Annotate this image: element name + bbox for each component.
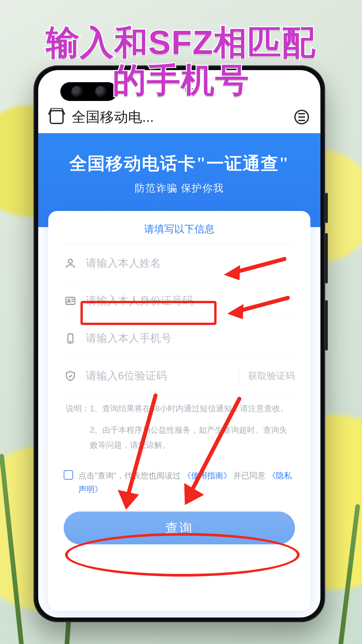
code-placeholder: 请输入6位验证码 [86,369,230,383]
meme-caption: 输入和SFZ相匹配 的手机号 [0,23,362,99]
svg-point-2 [68,299,70,301]
annotation-arrow-down-right [172,395,246,511]
more-menu-icon[interactable] [294,110,309,124]
annotation-arrow-id [223,293,290,324]
annotation-arrow-down-left [112,392,166,514]
phone-vol-up-button [325,233,328,283]
form-header: 请填写以下信息 [64,211,295,245]
get-code-button[interactable]: 获取验证码 [239,370,295,382]
person-icon [64,257,77,270]
shield-icon [64,369,77,383]
phone-placeholder: 请输入本人手机号 [86,331,295,346]
caption-line-2: 的手机号 [0,61,362,99]
hero-title: 全国移动电话卡"一证通查" [38,133,320,175]
code-field[interactable]: 请输入6位验证码 获取验证码 [64,357,295,395]
annotation-rect-id [80,301,217,325]
id-card-icon [64,294,77,308]
phone-screen: HD 全国移动电... 全国移动电话卡"一证通查" 防范诈骗 保护你我 请填写以… [38,70,320,618]
browser-chrome: 全国移动电... [38,101,320,133]
annotation-arrow-name [219,254,286,285]
page-title: 全国移动电... [72,108,286,126]
phone-frame: HD 全国移动电... 全国移动电话卡"一证通查" 防范诈骗 保护你我 请填写以… [34,65,325,622]
phone-vol-down-button [325,300,328,351]
hero-subtitle: 防范诈骗 保护你我 [38,181,320,195]
phone-field[interactable]: 请输入本人手机号 [64,320,295,357]
svg-point-0 [68,259,72,263]
phone-power-button [325,193,328,223]
home-icon[interactable] [50,110,64,124]
phone-icon [64,332,77,345]
caption-line-1: 输入和SFZ相匹配 [0,23,362,61]
agree-checkbox[interactable] [64,470,73,480]
annotation-oval-submit [65,533,300,577]
